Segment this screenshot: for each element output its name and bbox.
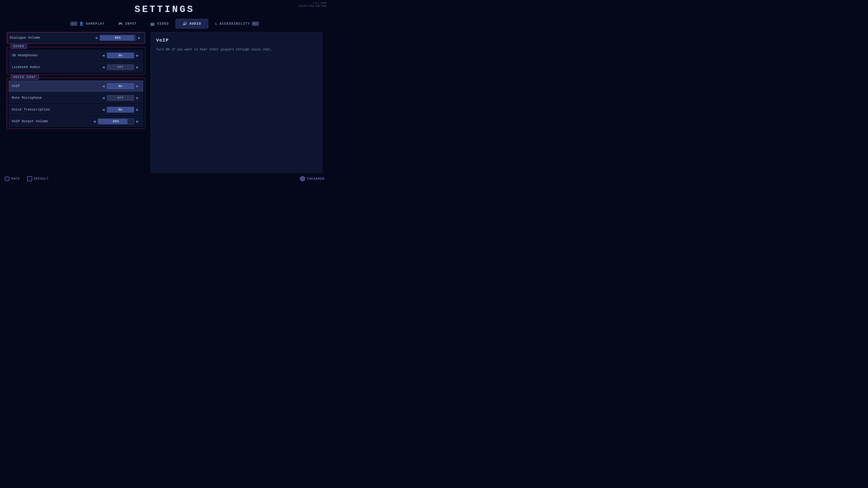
tab-video-label: VIDEO xyxy=(157,22,169,26)
bottom-bar: ○ BACK □ DEFAULT THEGAMER xyxy=(0,173,329,184)
mute-microphone-control: ◀ Off ▶ xyxy=(101,95,140,101)
voip-value: On xyxy=(107,84,134,89)
voip-output-volume-right-arrow[interactable]: ▶ xyxy=(135,119,140,124)
bottom-actions: ○ BACK □ DEFAULT xyxy=(4,176,49,181)
dialogue-volume-control: ◀ 96% ▶ xyxy=(94,35,142,41)
voip-output-volume-label: VoIP Output Volume xyxy=(12,120,92,123)
voice-chat-section-title: VOICE CHAT xyxy=(11,75,39,79)
audio-icon: 🔊 xyxy=(183,22,188,26)
help-panel-text: Turn ON if you want to hear other player… xyxy=(156,47,317,52)
3d-headphones-left-arrow[interactable]: ◀ xyxy=(101,53,106,58)
accessibility-icon: ♿ xyxy=(215,22,218,26)
tab-input-label: INPUT xyxy=(125,22,137,26)
voip-output-volume-control: ◀ 82% ▶ xyxy=(92,119,140,124)
licensed-audio-row: Licensed Audio ◀ Off ▶ xyxy=(9,62,143,72)
version-line2: 179-0872-9012-7932-6208 xyxy=(298,5,327,8)
licensed-audio-value: Off xyxy=(107,64,134,70)
3d-headphones-control: ◀ On ▶ xyxy=(101,53,140,58)
gameplay-icon: 👤 xyxy=(79,22,84,26)
tab-input[interactable]: 🎮 INPUT xyxy=(112,19,144,28)
licensed-audio-label: Licensed Audio xyxy=(12,65,101,69)
default-action[interactable]: □ DEFAULT xyxy=(27,176,49,181)
voip-output-volume-left-arrow[interactable]: ◀ xyxy=(92,119,97,124)
dialogue-volume-section: Dialogue Volume ◀ 96% ▶ xyxy=(7,32,145,44)
voip-output-volume-value: 82% xyxy=(98,119,134,124)
input-icon: 🎮 xyxy=(118,22,123,26)
mute-microphone-left-arrow[interactable]: ◀ xyxy=(101,95,106,101)
3d-headphones-label: 3D Headphones xyxy=(12,54,101,57)
voice-transcription-control: ◀ On ▶ xyxy=(101,107,140,112)
default-label: DEFAULT xyxy=(34,177,49,181)
dialogue-volume-row: Dialogue Volume ◀ 96% ▶ xyxy=(7,32,145,43)
tab-accessibility-container[interactable]: ♿ ACCESSIBILITY R1 xyxy=(208,19,266,28)
dialogue-volume-label: Dialogue Volume xyxy=(10,36,94,39)
video-icon: 📺 xyxy=(150,22,155,26)
left-panel: Dialogue Volume ◀ 96% ▶ SOUND 3D Headpho… xyxy=(7,32,147,177)
l1-badge: L1 xyxy=(70,22,77,26)
dialogue-volume-right-arrow[interactable]: ▶ xyxy=(137,35,142,40)
mute-microphone-row: Mute Microphone ◀ Off ▶ xyxy=(9,92,143,103)
brand-label: THEGAMER xyxy=(307,177,324,181)
licensed-audio-left-arrow[interactable]: ◀ xyxy=(101,64,106,70)
version-info: 1.0.1.12339 179-0872-9012-7932-6208 xyxy=(298,2,327,7)
help-panel-title: VoIP xyxy=(156,38,317,43)
sound-section-title: SOUND xyxy=(11,44,27,49)
back-action[interactable]: ○ BACK xyxy=(4,176,20,181)
back-label: BACK xyxy=(11,177,20,181)
tab-accessibility-label: ACCESSIBILITY xyxy=(219,22,250,26)
voip-label: VoIP xyxy=(12,84,101,88)
dialogue-volume-value: 96% xyxy=(100,35,136,41)
voip-output-volume-row: VoIP Output Volume ◀ 82% ▶ xyxy=(9,116,143,127)
voip-left-arrow[interactable]: ◀ xyxy=(101,84,106,89)
voice-transcription-label: Voice Transcription xyxy=(12,108,101,111)
sound-section-rows: 3D Headphones ◀ On ▶ Licensed Audio ◀ Of… xyxy=(7,47,145,74)
3d-headphones-row: 3D Headphones ◀ On ▶ xyxy=(9,50,143,61)
3d-headphones-right-arrow[interactable]: ▶ xyxy=(135,53,140,58)
voip-row[interactable]: VoIP ◀ On ▶ xyxy=(9,80,143,92)
tab-audio[interactable]: 🔊 AUDIO xyxy=(176,19,208,29)
licensed-audio-control: ◀ Off ▶ xyxy=(101,64,140,70)
voice-transcription-left-arrow[interactable]: ◀ xyxy=(101,107,106,112)
tab-gameplay-container[interactable]: L1 👤 GAMEPLAY xyxy=(64,19,112,28)
voice-chat-section-rows: VoIP ◀ On ▶ Mute Microphone ◀ Off ▶ xyxy=(7,78,145,129)
tab-video[interactable]: 📺 VIDEO xyxy=(144,19,176,28)
voice-chat-section: VOICE CHAT VoIP ◀ On ▶ Mute Microphone ◀ xyxy=(7,78,145,129)
voice-transcription-right-arrow[interactable]: ▶ xyxy=(135,107,140,112)
voip-control: ◀ On ▶ xyxy=(101,84,140,89)
mute-microphone-label: Mute Microphone xyxy=(12,96,101,100)
mute-microphone-right-arrow[interactable]: ▶ xyxy=(135,95,140,101)
3d-headphones-value: On xyxy=(107,53,134,58)
brand-hexagon-icon xyxy=(300,176,305,182)
main-content: Dialogue Volume ◀ 96% ▶ SOUND 3D Headpho… xyxy=(7,32,322,177)
tab-audio-label: AUDIO xyxy=(189,22,201,26)
voip-right-arrow[interactable]: ▶ xyxy=(135,84,140,89)
dialogue-volume-left-arrow[interactable]: ◀ xyxy=(94,35,99,40)
brand-logo: THEGAMER xyxy=(300,176,324,182)
back-circle-icon: ○ xyxy=(4,176,9,181)
voice-transcription-value: On xyxy=(107,107,134,112)
sound-section: SOUND 3D Headphones ◀ On ▶ Licensed Audi… xyxy=(7,47,145,74)
voice-transcription-row: Voice Transcription ◀ On ▶ xyxy=(9,104,143,115)
version-line1: 1.0.1.12339 xyxy=(298,2,327,5)
default-square-icon: □ xyxy=(27,176,32,181)
mute-microphone-value: Off xyxy=(107,95,134,101)
tab-gameplay-label: GAMEPLAY xyxy=(86,22,105,26)
licensed-audio-right-arrow[interactable]: ▶ xyxy=(135,64,140,70)
help-panel: VoIP Turn ON if you want to hear other p… xyxy=(151,32,322,177)
navigation-tabs: L1 👤 GAMEPLAY 🎮 INPUT 📺 VIDEO 🔊 AUDIO ♿ … xyxy=(0,19,329,29)
page-title: SETTINGS xyxy=(0,0,329,15)
r1-badge: R1 xyxy=(252,22,259,26)
